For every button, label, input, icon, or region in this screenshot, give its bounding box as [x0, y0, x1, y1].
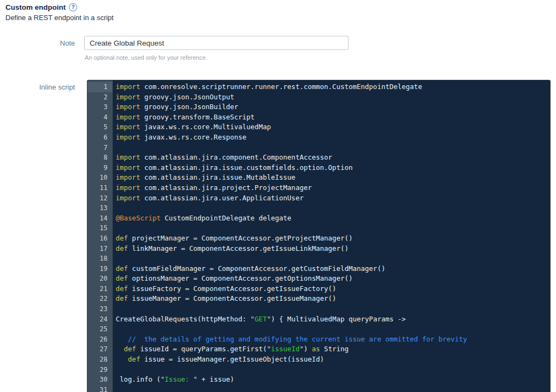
code-token-plain: )	[304, 345, 312, 353]
code-line[interactable]	[116, 365, 550, 375]
line-number: 13	[87, 203, 112, 213]
code-token-plain: linkManager = ComponentAccessor.getIssue…	[128, 244, 349, 252]
code-token-str: GET	[255, 315, 267, 323]
code-token-kw: import	[116, 123, 140, 131]
line-number: 16	[87, 233, 112, 244]
code-token-plain: com.atlassian.jira.component.ComponentAc…	[140, 153, 332, 161]
code-token-kw: import	[116, 93, 140, 101]
code-token-kw: as	[312, 345, 320, 353]
inline-script-label: Inline script	[0, 83, 75, 91]
code-line[interactable]: import groovy.json.JsonBuilder	[116, 102, 550, 112]
code-line[interactable]: @BaseScript CustomEndpointDelegate deleg…	[116, 213, 550, 224]
code-token-kw: import	[116, 113, 140, 121]
code-token-plain: projectManager = ComponentAccessor.getPr…	[128, 234, 353, 242]
code-token-kw: def	[124, 345, 136, 353]
line-number: 4	[87, 112, 112, 123]
line-number: 12	[87, 193, 112, 204]
code-token-kw: import	[116, 133, 140, 141]
code-token-plain: groovy.transform.BaseScript	[140, 113, 255, 121]
code-line[interactable]: import groovy.json.JsonOutput	[116, 92, 550, 103]
line-number: 24	[87, 314, 112, 325]
line-number: 17	[87, 244, 112, 254]
line-number: 2	[87, 92, 112, 103]
code-line[interactable]	[116, 203, 550, 213]
code-token-kw: import	[116, 103, 140, 111]
code-line[interactable]: import com.atlassian.jira.component.Comp…	[116, 153, 550, 163]
code-line[interactable]: def optionsManager = ComponentAccessor.g…	[116, 274, 550, 284]
code-token-plain: String	[320, 345, 349, 353]
code-line[interactable]: import groovy.transform.BaseScript	[116, 112, 550, 123]
code-line[interactable]: def issue = issueManager.getIssueObject(…	[116, 355, 550, 365]
line-number: 30	[87, 375, 112, 385]
code-token-kw: def	[116, 284, 128, 293]
code-token-kw: def	[116, 274, 128, 282]
page-header: Custom endpoint ? Define a REST endpoint…	[5, 3, 113, 22]
code-line[interactable]: def issueFactory = ComponentAccessor.get…	[116, 284, 550, 294]
code-lines[interactable]: import com.onresolve.scriptrunner.runner…	[113, 80, 550, 392]
code-line[interactable]: // the details of getting and modifying …	[116, 334, 550, 345]
line-number: 9	[87, 163, 112, 173]
code-line[interactable]	[116, 385, 550, 392]
code-line[interactable]: import com.onresolve.scriptrunner.runner…	[116, 82, 550, 92]
code-line[interactable]: import com.atlassian.jira.issue.customfi…	[116, 163, 550, 173]
code-line[interactable]	[116, 324, 550, 334]
code-token-plain: issue = issueManager.getIssueObject(issu…	[140, 355, 324, 363]
code-token-kw: def	[128, 355, 141, 363]
code-token-plain: com.atlassian.jira.issue.MutableIssue	[140, 173, 295, 181]
code-line[interactable]: def projectManager = ComponentAccessor.g…	[116, 233, 550, 244]
code-line[interactable]: def issueId = queryParams.getFirst("issu…	[116, 344, 550, 355]
gutter: 1234567891011121314151617181920212223242…	[87, 80, 113, 392]
line-number: 18	[87, 254, 112, 264]
note-input[interactable]	[84, 36, 349, 50]
code-line[interactable]: import javax.ws.rs.core.Response	[116, 132, 550, 143]
code-token-kw: import	[116, 153, 140, 161]
code-token-plain: ) { MultivaluedMap queryParams ->	[271, 315, 406, 323]
help-icon[interactable]: ?	[69, 3, 77, 11]
code-line[interactable]	[116, 143, 550, 153]
line-number: 14	[87, 213, 112, 224]
code-line[interactable]: def linkManager = ComponentAccessor.getI…	[116, 244, 550, 254]
line-number: 7	[87, 143, 112, 153]
code-line[interactable]: def issueManager = ComponentAccessor.get…	[116, 294, 550, 304]
code-token-plain: com.atlassian.jira.issue.customfields.op…	[140, 163, 352, 172]
code-line[interactable]: import com.atlassian.jira.user.Applicati…	[116, 193, 550, 204]
line-number: 21	[87, 284, 112, 294]
line-number: 19	[87, 264, 112, 274]
code-line[interactable]: import javax.ws.rs.core.MultivaluedMap	[116, 122, 550, 132]
code-line[interactable]: log.info ("Issue: " + issue)	[116, 375, 550, 385]
code-line[interactable]	[116, 254, 550, 264]
code-token-plain: com.atlassian.jira.project.ProjectManage…	[140, 184, 312, 192]
line-number: 20	[87, 274, 112, 284]
code-token-plain: log.info (	[116, 375, 161, 383]
code-token-plain: com.atlassian.jira.user.ApplicationUser	[140, 194, 304, 202]
code-token-plain: issueFactory = ComponentAccessor.getIssu…	[128, 284, 337, 293]
code-token-plain: CustomEndpointDelegate delegate	[161, 214, 292, 222]
code-token-kw: import	[116, 163, 140, 172]
code-token-q: "	[193, 375, 198, 383]
code-token-q: "	[250, 315, 255, 323]
code-token-kw: import	[116, 184, 140, 192]
code-line[interactable]	[116, 304, 550, 314]
line-number: 10	[87, 173, 112, 183]
code-token-ann: @BaseScript	[116, 214, 161, 222]
note-help-text: An optional note, used only for your ref…	[85, 54, 207, 61]
code-line[interactable]: CreateGlobalRequests(httpMethod: "GET") …	[116, 314, 550, 325]
code-token-plain: groovy.json.JsonOutput	[140, 93, 234, 101]
line-number: 27	[87, 344, 112, 355]
line-number: 25	[87, 324, 112, 334]
line-number: 15	[87, 223, 112, 233]
code-token-plain	[116, 345, 124, 353]
code-token-q: "	[267, 315, 271, 323]
code-token-kw: import	[116, 173, 140, 181]
code-token-plain: javax.ws.rs.core.MultivaluedMap	[140, 123, 271, 131]
line-number: 1	[87, 82, 112, 92]
code-line[interactable]: import com.atlassian.jira.project.Projec…	[116, 183, 550, 193]
code-line[interactable]: def customFieldManager = ComponentAccess…	[116, 264, 550, 274]
custom-endpoint-page: Custom endpoint ? Define a REST endpoint…	[0, 0, 556, 392]
code-line[interactable]	[116, 223, 550, 233]
code-editor[interactable]: 1234567891011121314151617181920212223242…	[87, 80, 551, 392]
code-token-kw: def	[116, 244, 128, 252]
code-token-q: "	[267, 345, 271, 353]
code-line[interactable]: import com.atlassian.jira.issue.MutableI…	[116, 173, 550, 183]
code-token-kw: import	[116, 83, 140, 91]
